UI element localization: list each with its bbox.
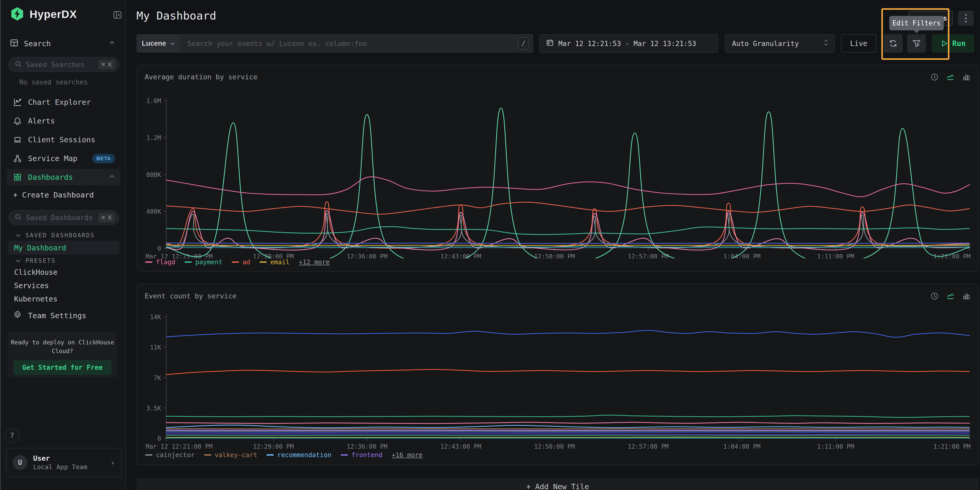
svg-text:400K: 400K bbox=[146, 208, 161, 215]
legend-item[interactable]: flagd bbox=[145, 258, 175, 266]
legend-swatch bbox=[145, 454, 153, 455]
sidebar-item-team-settings[interactable]: Team Settings bbox=[13, 310, 86, 321]
get-started-button[interactable]: Get Started for Free bbox=[13, 360, 111, 375]
bar-chart-icon[interactable] bbox=[962, 73, 970, 81]
user-menu[interactable]: U User Local App Team › bbox=[6, 448, 121, 477]
legend-item[interactable]: cainjector bbox=[145, 451, 195, 459]
legend-more-link[interactable]: +16 more bbox=[391, 451, 422, 459]
legend-item[interactable]: valkey-cart bbox=[204, 451, 258, 459]
chevron-down-icon bbox=[170, 41, 175, 46]
clickhouse-cloud-promo: Ready to deploy on ClickHouse Cloud? Get… bbox=[8, 332, 117, 377]
chart-title: Event count by service bbox=[145, 292, 237, 300]
time-icon[interactable] bbox=[931, 73, 939, 81]
legend-item[interactable]: ad bbox=[232, 258, 250, 266]
svg-text:3.5K: 3.5K bbox=[146, 405, 161, 412]
chevron-up-icon[interactable] bbox=[109, 173, 115, 182]
sidebar-item-search[interactable]: Search bbox=[10, 36, 119, 51]
edit-filters-button[interactable] bbox=[907, 34, 926, 52]
line-chart-icon[interactable] bbox=[947, 73, 955, 81]
legend-swatch bbox=[266, 454, 274, 455]
svg-text:12:57:00 PM: 12:57:00 PM bbox=[628, 443, 668, 450]
line-chart-event-count[interactable]: 03.5K7K11K14KMar 12 12:21:00 PM12:29:00 … bbox=[144, 311, 971, 451]
search-icon bbox=[14, 60, 22, 68]
page-title: My Dashboard bbox=[137, 9, 216, 22]
legend-more-link[interactable]: +12 more bbox=[299, 258, 330, 266]
legend-item[interactable]: email bbox=[259, 258, 290, 266]
help-button[interactable]: ? bbox=[5, 428, 19, 443]
svg-text:12:50:00 PM: 12:50:00 PM bbox=[534, 443, 575, 450]
sidebar-item-alerts[interactable]: Alerts bbox=[7, 113, 120, 129]
legend-item[interactable]: frontend bbox=[341, 451, 382, 459]
brand[interactable]: HyperDX bbox=[10, 7, 77, 22]
svg-text:12:43:00 PM: 12:43:00 PM bbox=[441, 443, 481, 450]
saved-searches-input[interactable]: Saved Searches ⌘ K bbox=[8, 57, 119, 72]
legend-swatch bbox=[341, 454, 348, 455]
legend-swatch bbox=[259, 262, 267, 263]
sidebar-item-my-dashboard[interactable]: My Dashboard bbox=[8, 241, 119, 255]
saved-searches-placeholder: Saved Searches bbox=[26, 60, 94, 68]
sidebar-collapse-icon[interactable] bbox=[113, 10, 122, 19]
line-chart-average-duration[interactable]: 0400K800K1.2M1.6MMar 12 12:21:00 PM12:29… bbox=[144, 92, 971, 258]
time-icon[interactable] bbox=[931, 292, 939, 300]
shortcut-badge: ⌘ K bbox=[99, 213, 115, 222]
chevron-up-icon[interactable] bbox=[109, 39, 115, 48]
dashboard-menu-button[interactable] bbox=[958, 11, 974, 26]
sidebar-item-label: Search bbox=[24, 39, 51, 48]
search-icon bbox=[14, 213, 22, 222]
sidebar-item-dashboards[interactable]: Dashboards bbox=[7, 169, 120, 186]
chart-title: Average duration by service bbox=[145, 73, 258, 81]
bell-icon bbox=[13, 117, 22, 125]
svg-text:800K: 800K bbox=[146, 171, 161, 179]
legend-item[interactable]: recommendation bbox=[266, 451, 331, 459]
search-input[interactable]: Search your events w/ Lucene ex. column:… bbox=[180, 40, 518, 48]
event-search-bar[interactable]: Lucene Search your events w/ Lucene ex. … bbox=[137, 34, 533, 52]
svg-text:0: 0 bbox=[158, 245, 161, 252]
sidebar-item-preset-kubernetes[interactable]: Kubernetes bbox=[14, 295, 57, 303]
sidebar-item-client-sessions[interactable]: Client Sessions bbox=[7, 132, 120, 148]
line-chart-icon[interactable] bbox=[947, 292, 955, 300]
legend-swatch bbox=[232, 262, 239, 263]
edit-filters-tooltip: Edit Filters bbox=[889, 16, 944, 30]
svg-text:1:21:00 PM: 1:21:00 PM bbox=[934, 443, 971, 450]
brand-name: HyperDX bbox=[30, 8, 77, 21]
query-language-select[interactable]: Lucene bbox=[137, 35, 180, 52]
sidebar-item-label: Chart Explorer bbox=[28, 98, 91, 106]
svg-text:12:29:00 PM: 12:29:00 PM bbox=[253, 443, 294, 450]
saved-dashboards-placeholder: Saved Dashboards bbox=[26, 214, 94, 222]
live-button[interactable]: Live bbox=[841, 34, 877, 52]
dashboards-icon bbox=[13, 173, 22, 182]
presets-header[interactable]: PRESETS bbox=[15, 257, 56, 264]
date-range-value: Mar 12 12:21:53 - Mar 12 13:21:53 bbox=[558, 40, 696, 48]
laptop-icon bbox=[13, 135, 22, 144]
gear-icon bbox=[13, 310, 22, 321]
granularity-select[interactable]: Auto Granularity bbox=[725, 34, 835, 52]
sidebar-item-label: Client Sessions bbox=[28, 135, 95, 144]
create-dashboard-button[interactable]: + Create Dashboard bbox=[13, 190, 94, 199]
run-button[interactable]: Run bbox=[932, 34, 974, 52]
sidebar-item-service-map[interactable]: Service Map BETA bbox=[7, 150, 120, 167]
svg-text:1:11:00 PM: 1:11:00 PM bbox=[817, 253, 854, 258]
saved-dashboards-input[interactable]: Saved Dashboards ⌘ K bbox=[8, 210, 119, 225]
chart-legend: flagd payment ad email +12 more bbox=[137, 258, 978, 266]
bar-chart-icon[interactable] bbox=[962, 292, 970, 300]
add-new-tile-button[interactable]: + Add New Tile bbox=[137, 478, 979, 490]
sidebar-item-preset-services[interactable]: Services bbox=[14, 281, 49, 290]
svg-text:1:11:00 PM: 1:11:00 PM bbox=[817, 443, 854, 450]
svg-text:1.6M: 1.6M bbox=[146, 97, 161, 105]
filter-edit-icon bbox=[912, 39, 921, 48]
svg-text:11K: 11K bbox=[150, 344, 161, 351]
sidebar-item-label: Service Map bbox=[28, 154, 77, 163]
date-range-picker[interactable]: Mar 12 12:21:53 - Mar 12 13:21:53 bbox=[539, 34, 718, 52]
sidebar-item-label: Alerts bbox=[28, 117, 55, 125]
svg-text:12:36:00 PM: 12:36:00 PM bbox=[347, 253, 388, 258]
sidebar-item-preset-clickhouse[interactable]: ClickHouse bbox=[14, 268, 57, 277]
refresh-button[interactable] bbox=[884, 34, 903, 52]
legend-swatch bbox=[185, 262, 192, 263]
sidebar-item-chart-explorer[interactable]: Chart Explorer bbox=[7, 94, 120, 110]
legend-item[interactable]: payment bbox=[185, 258, 222, 266]
svg-text:12:43:00 PM: 12:43:00 PM bbox=[441, 253, 481, 258]
saved-dashboards-header[interactable]: SAVED DASHBOARDS bbox=[15, 232, 95, 239]
beta-badge: BETA bbox=[92, 154, 115, 163]
svg-text:1:04:00 PM: 1:04:00 PM bbox=[723, 253, 760, 258]
svg-text:Mar 12 12:21:00 PM: Mar 12 12:21:00 PM bbox=[146, 443, 213, 450]
